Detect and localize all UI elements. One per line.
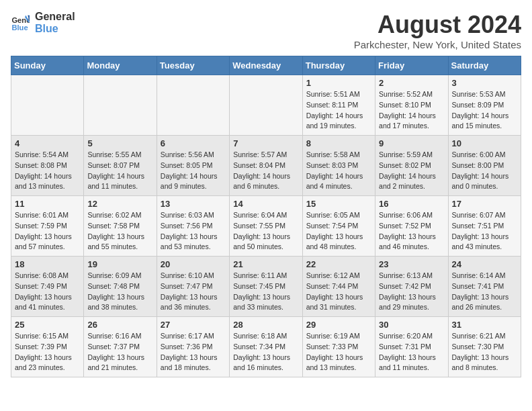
weekday-header-thursday: Thursday — [302, 56, 375, 75]
day-cell — [84, 75, 157, 136]
day-number: 7 — [233, 138, 298, 148]
day-cell: 30Sunrise: 6:20 AMSunset: 7:31 PMDayligh… — [375, 317, 448, 377]
weekday-header-monday: Monday — [84, 56, 157, 75]
day-number: 16 — [379, 199, 444, 209]
day-info: Sunrise: 6:02 AMSunset: 7:58 PMDaylight:… — [87, 210, 152, 253]
day-number: 18 — [15, 259, 80, 269]
day-info: Sunrise: 6:19 AMSunset: 7:33 PMDaylight:… — [306, 331, 371, 373]
day-cell: 31Sunrise: 6:21 AMSunset: 7:30 PMDayligh… — [448, 317, 521, 377]
day-number: 20 — [161, 259, 226, 269]
day-cell: 6Sunrise: 5:56 AMSunset: 8:05 PMDaylight… — [157, 136, 229, 196]
day-cell: 8Sunrise: 5:58 AMSunset: 8:03 PMDaylight… — [302, 136, 375, 196]
day-info: Sunrise: 5:54 AMSunset: 8:08 PMDaylight:… — [15, 150, 80, 192]
day-info: Sunrise: 6:09 AMSunset: 7:48 PMDaylight:… — [87, 271, 152, 313]
day-info: Sunrise: 6:06 AMSunset: 7:52 PMDaylight:… — [379, 210, 444, 253]
day-info: Sunrise: 5:53 AMSunset: 8:09 PMDaylight:… — [452, 89, 517, 132]
day-cell: 11Sunrise: 6:01 AMSunset: 7:59 PMDayligh… — [11, 196, 84, 257]
day-number: 4 — [15, 138, 80, 148]
day-number: 31 — [452, 320, 517, 330]
day-number: 3 — [452, 78, 517, 88]
day-number: 5 — [87, 138, 152, 148]
day-info: Sunrise: 6:11 AMSunset: 7:45 PMDaylight:… — [233, 271, 298, 313]
day-info: Sunrise: 6:20 AMSunset: 7:31 PMDaylight:… — [379, 331, 444, 373]
day-cell — [230, 75, 302, 136]
day-number: 9 — [379, 138, 444, 148]
svg-text:Blue: Blue — [11, 24, 28, 32]
logo-general: General — [35, 11, 75, 23]
logo-icon: General Blue — [11, 13, 30, 32]
day-info: Sunrise: 5:57 AMSunset: 8:04 PMDaylight:… — [233, 150, 298, 192]
day-number: 24 — [452, 259, 517, 269]
day-info: Sunrise: 5:52 AMSunset: 8:10 PMDaylight:… — [379, 89, 444, 132]
day-number: 22 — [306, 259, 371, 269]
day-cell: 14Sunrise: 6:04 AMSunset: 7:55 PMDayligh… — [230, 196, 302, 257]
day-info: Sunrise: 5:58 AMSunset: 8:03 PMDaylight:… — [306, 150, 371, 192]
day-cell: 1Sunrise: 5:51 AMSunset: 8:11 PMDaylight… — [302, 75, 375, 136]
location-subtitle: Parkchester, New York, United States — [354, 39, 521, 50]
day-number: 8 — [306, 138, 371, 148]
day-info: Sunrise: 5:59 AMSunset: 8:02 PMDaylight:… — [379, 150, 444, 192]
day-info: Sunrise: 6:12 AMSunset: 7:44 PMDaylight:… — [306, 271, 371, 313]
day-number: 6 — [161, 138, 226, 148]
day-number: 26 — [87, 320, 152, 330]
day-cell: 19Sunrise: 6:09 AMSunset: 7:48 PMDayligh… — [84, 257, 157, 317]
week-row-4: 18Sunrise: 6:08 AMSunset: 7:49 PMDayligh… — [11, 257, 521, 317]
day-cell: 15Sunrise: 6:05 AMSunset: 7:54 PMDayligh… — [302, 196, 375, 257]
weekday-header-row: SundayMondayTuesdayWednesdayThursdayFrid… — [11, 56, 521, 75]
day-number: 1 — [306, 78, 371, 88]
title-block: August 2024 Parkchester, New York, Unite… — [354, 11, 521, 50]
day-info: Sunrise: 6:13 AMSunset: 7:42 PMDaylight:… — [379, 271, 444, 313]
day-info: Sunrise: 6:05 AMSunset: 7:54 PMDaylight:… — [306, 210, 371, 253]
day-cell: 28Sunrise: 6:18 AMSunset: 7:34 PMDayligh… — [230, 317, 302, 377]
day-number: 29 — [306, 320, 371, 330]
weekday-header-wednesday: Wednesday — [230, 56, 302, 75]
day-info: Sunrise: 6:03 AMSunset: 7:56 PMDaylight:… — [161, 210, 226, 253]
day-number: 19 — [87, 259, 152, 269]
day-info: Sunrise: 5:56 AMSunset: 8:05 PMDaylight:… — [161, 150, 226, 192]
day-cell: 26Sunrise: 6:16 AMSunset: 7:37 PMDayligh… — [84, 317, 157, 377]
day-cell: 16Sunrise: 6:06 AMSunset: 7:52 PMDayligh… — [375, 196, 448, 257]
day-cell: 4Sunrise: 5:54 AMSunset: 8:08 PMDaylight… — [11, 136, 84, 196]
day-cell: 7Sunrise: 5:57 AMSunset: 8:04 PMDaylight… — [230, 136, 302, 196]
day-cell: 29Sunrise: 6:19 AMSunset: 7:33 PMDayligh… — [302, 317, 375, 377]
day-cell: 13Sunrise: 6:03 AMSunset: 7:56 PMDayligh… — [157, 196, 229, 257]
day-cell: 22Sunrise: 6:12 AMSunset: 7:44 PMDayligh… — [302, 257, 375, 317]
calendar-table: SundayMondayTuesdayWednesdayThursdayFrid… — [11, 56, 521, 377]
day-cell: 25Sunrise: 6:15 AMSunset: 7:39 PMDayligh… — [11, 317, 84, 377]
weekday-header-friday: Friday — [375, 56, 448, 75]
day-cell: 3Sunrise: 5:53 AMSunset: 8:09 PMDaylight… — [448, 75, 521, 136]
day-number: 27 — [161, 320, 226, 330]
day-cell — [157, 75, 229, 136]
day-cell: 9Sunrise: 5:59 AMSunset: 8:02 PMDaylight… — [375, 136, 448, 196]
day-cell: 17Sunrise: 6:07 AMSunset: 7:51 PMDayligh… — [448, 196, 521, 257]
day-number: 10 — [452, 138, 517, 148]
week-row-3: 11Sunrise: 6:01 AMSunset: 7:59 PMDayligh… — [11, 196, 521, 257]
day-info: Sunrise: 6:18 AMSunset: 7:34 PMDaylight:… — [233, 331, 298, 373]
day-info: Sunrise: 5:55 AMSunset: 8:07 PMDaylight:… — [87, 150, 152, 192]
day-info: Sunrise: 6:14 AMSunset: 7:41 PMDaylight:… — [452, 271, 517, 313]
day-cell: 5Sunrise: 5:55 AMSunset: 8:07 PMDaylight… — [84, 136, 157, 196]
day-info: Sunrise: 6:16 AMSunset: 7:37 PMDaylight:… — [87, 331, 152, 373]
day-number: 21 — [233, 259, 298, 269]
week-row-2: 4Sunrise: 5:54 AMSunset: 8:08 PMDaylight… — [11, 136, 521, 196]
day-info: Sunrise: 6:15 AMSunset: 7:39 PMDaylight:… — [15, 331, 80, 373]
day-info: Sunrise: 6:17 AMSunset: 7:36 PMDaylight:… — [161, 331, 226, 373]
day-info: Sunrise: 6:10 AMSunset: 7:47 PMDaylight:… — [161, 271, 226, 313]
day-cell: 27Sunrise: 6:17 AMSunset: 7:36 PMDayligh… — [157, 317, 229, 377]
day-number: 15 — [306, 199, 371, 209]
day-number: 12 — [87, 199, 152, 209]
day-cell: 21Sunrise: 6:11 AMSunset: 7:45 PMDayligh… — [230, 257, 302, 317]
day-number: 14 — [233, 199, 298, 209]
day-cell: 12Sunrise: 6:02 AMSunset: 7:58 PMDayligh… — [84, 196, 157, 257]
day-info: Sunrise: 5:51 AMSunset: 8:11 PMDaylight:… — [306, 89, 371, 132]
day-cell: 20Sunrise: 6:10 AMSunset: 7:47 PMDayligh… — [157, 257, 229, 317]
day-cell: 24Sunrise: 6:14 AMSunset: 7:41 PMDayligh… — [448, 257, 521, 317]
weekday-header-tuesday: Tuesday — [157, 56, 229, 75]
day-number: 25 — [15, 320, 80, 330]
day-info: Sunrise: 6:00 AMSunset: 8:00 PMDaylight:… — [452, 150, 517, 192]
day-number: 17 — [452, 199, 517, 209]
weekday-header-saturday: Saturday — [448, 56, 521, 75]
day-cell — [11, 75, 84, 136]
day-number: 13 — [161, 199, 226, 209]
day-info: Sunrise: 6:01 AMSunset: 7:59 PMDaylight:… — [15, 210, 80, 253]
